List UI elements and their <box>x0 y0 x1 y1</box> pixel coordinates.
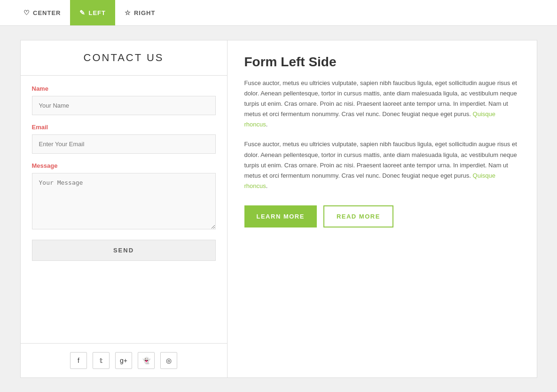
email-label: Email <box>32 124 216 131</box>
heart-icon: ♡ <box>24 9 30 16</box>
twitter-button[interactable]: 𝕥 <box>93 352 110 369</box>
content-wrapper: CONTACT US Name Email Message SEND f 𝕥 <box>20 40 537 378</box>
name-label: Name <box>32 85 216 92</box>
social-section: f 𝕥 g+ 👻 ◎ <box>21 343 227 377</box>
tab-left[interactable]: ✎ LEFT <box>70 0 115 25</box>
star-icon: ☆ <box>125 9 131 16</box>
googleplus-button[interactable]: g+ <box>115 352 132 369</box>
tab-right-label: RIGHT <box>134 9 155 16</box>
form-title-section: CONTACT US <box>21 40 227 76</box>
tab-center[interactable]: ♡ CENTER <box>14 0 70 25</box>
contact-form-panel: CONTACT US Name Email Message SEND f 𝕥 <box>21 40 228 377</box>
learn-more-button[interactable]: LEARN MORE <box>244 205 317 227</box>
name-input[interactable] <box>32 96 216 115</box>
tab-right[interactable]: ☆ RIGHT <box>115 0 165 25</box>
edit-icon: ✎ <box>79 9 86 16</box>
email-input[interactable] <box>32 134 216 154</box>
snapchat-icon: 👻 <box>142 357 150 364</box>
right-paragraph-1: Fusce auctor, metus eu ultricies vulputa… <box>244 78 520 130</box>
instagram-icon: ◎ <box>166 357 172 364</box>
read-more-button[interactable]: READ MORE <box>323 205 393 227</box>
message-textarea[interactable] <box>32 173 216 229</box>
snapchat-button[interactable]: 👻 <box>138 352 155 369</box>
form-title: CONTACT US <box>30 52 218 64</box>
tab-left-label: LEFT <box>88 9 106 16</box>
right-paragraph-2: Fusce auctor, metus eu ultricies vulputa… <box>244 139 520 191</box>
googleplus-icon: g+ <box>120 357 127 364</box>
right-panel-title: Form Left Side <box>244 55 520 70</box>
twitter-icon: 𝕥 <box>100 357 103 364</box>
facebook-icon: f <box>78 357 79 364</box>
right-panel: Form Left Side Fusce auctor, metus eu ul… <box>228 40 537 377</box>
tab-center-label: CENTER <box>33 9 61 16</box>
top-navigation: ♡ CENTER ✎ LEFT ☆ RIGHT <box>0 0 557 26</box>
instagram-button[interactable]: ◎ <box>160 352 177 369</box>
send-button[interactable]: SEND <box>32 240 216 261</box>
facebook-button[interactable]: f <box>70 352 87 369</box>
right-buttons: LEARN MORE READ MORE <box>244 205 520 227</box>
message-label: Message <box>32 162 216 169</box>
form-body: Name Email Message SEND <box>21 76 227 343</box>
main-content: CONTACT US Name Email Message SEND f 𝕥 <box>0 26 557 392</box>
